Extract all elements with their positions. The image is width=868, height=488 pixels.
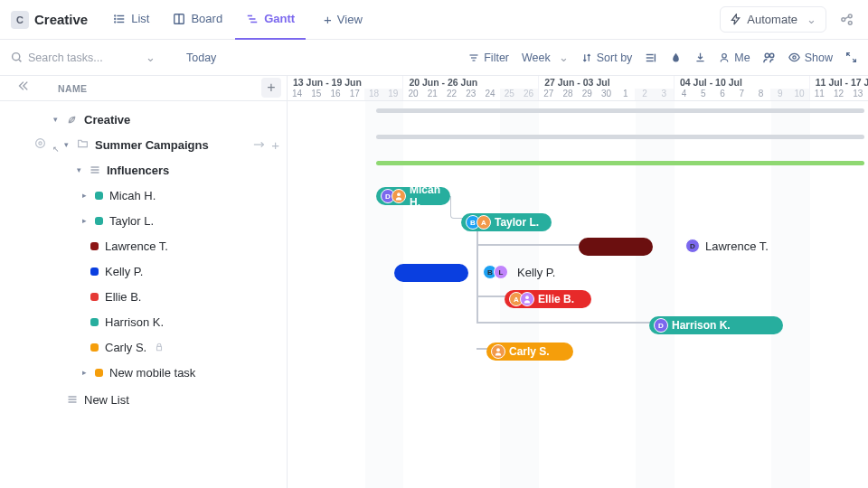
gantt-bar-kelly[interactable] xyxy=(394,264,468,282)
today-button[interactable]: Today xyxy=(186,52,216,64)
expand-icon[interactable] xyxy=(845,52,857,63)
board-icon xyxy=(173,13,185,25)
caret-icon: ▸ xyxy=(80,191,89,200)
day-cell: 8 xyxy=(751,89,770,100)
svg-point-4 xyxy=(115,18,116,19)
task-row[interactable]: ▸ Micah H. xyxy=(0,183,287,208)
summary-bar-creative[interactable] xyxy=(376,108,864,113)
svg-point-39 xyxy=(496,348,500,352)
svg-point-37 xyxy=(397,192,401,196)
week-label: 04 Jul - 10 Jul xyxy=(675,76,809,89)
task-row[interactable]: ▸ Taylor L. xyxy=(0,208,287,233)
day-cell: 28 xyxy=(558,89,577,100)
reschedule-icon[interactable] xyxy=(645,52,657,64)
new-list-row[interactable]: New List xyxy=(0,387,287,412)
status-dot xyxy=(90,318,99,326)
avatar xyxy=(491,344,505,359)
add-column-button[interactable]: + xyxy=(261,78,281,98)
weekend-column xyxy=(384,101,403,488)
bar-label: Carly S. xyxy=(509,345,550,358)
task-label: Carly S. xyxy=(105,341,146,354)
folder-row[interactable]: ▾ Summer Campaigns + xyxy=(0,132,287,157)
summary-bar-summer[interactable] xyxy=(376,135,864,139)
show-button[interactable]: Show xyxy=(788,52,833,64)
weekend-column xyxy=(656,101,675,488)
folder-icon xyxy=(77,137,89,152)
day-cell: 10 xyxy=(789,89,808,100)
bar-label: Ellie B. xyxy=(538,293,574,305)
task-row[interactable]: Harrison K. xyxy=(0,309,287,334)
tab-gantt[interactable]: Gantt xyxy=(235,0,306,40)
week-label: 11 Jul - 17 J xyxy=(810,76,868,89)
search-input[interactable] xyxy=(28,52,137,64)
day-cell: 30 xyxy=(597,89,616,100)
task-label: Ellie B. xyxy=(105,290,141,304)
add-task-button[interactable]: + xyxy=(271,137,279,153)
gantt-bar-micah[interactable]: DMicah H. xyxy=(376,187,450,205)
search-box[interactable]: ⌄ xyxy=(11,51,174,64)
svg-rect-33 xyxy=(157,346,162,350)
svg-point-15 xyxy=(13,53,20,61)
export-icon[interactable] xyxy=(694,52,706,63)
day-cell: 27 xyxy=(539,89,558,100)
day-cell: 13 xyxy=(848,89,867,100)
caret-icon: ▾ xyxy=(61,140,71,149)
day-cell: 5 xyxy=(693,89,712,100)
task-row[interactable]: Carly S. xyxy=(0,334,287,360)
gantt-label-lawrence[interactable]: DLawrence T. xyxy=(685,239,769,253)
day-cell: 4 xyxy=(675,89,693,100)
task-row[interactable]: Lawrence T. xyxy=(0,233,287,258)
list-row[interactable]: ▾ Influencers xyxy=(0,157,287,183)
status-dot xyxy=(90,267,99,276)
gantt-bar-lawrence[interactable] xyxy=(579,238,653,256)
day-cell: 3 xyxy=(655,89,674,100)
bar-label: Kelly P. xyxy=(517,266,555,279)
status-dot xyxy=(90,242,99,250)
gantt-bar-harrison[interactable]: DHarrison K. xyxy=(649,316,783,334)
avatar xyxy=(520,292,534,306)
task-label: Lawrence T. xyxy=(105,239,168,253)
week-label: 13 Jun - 19 Jun xyxy=(288,76,402,89)
gantt-bar-carly[interactable]: Carly S. xyxy=(486,343,573,361)
color-icon[interactable] xyxy=(670,52,682,63)
gantt-bar-taylor[interactable]: BATaylor L. xyxy=(461,213,552,231)
space-badge: C xyxy=(11,11,29,29)
status-dot xyxy=(90,343,99,352)
add-view-button[interactable]: +View xyxy=(313,12,373,27)
gantt-bar-ellie[interactable]: AEllie B. xyxy=(505,290,591,308)
avatar: A xyxy=(476,215,491,230)
bar-label: Harrison K. xyxy=(672,319,731,332)
caret-icon: ▸ xyxy=(80,368,89,377)
caret-icon: ▾ xyxy=(51,115,60,124)
space-row[interactable]: ▾ Creative xyxy=(0,107,287,132)
weekend-column xyxy=(771,101,790,488)
automate-button[interactable]: Automate ⌄ xyxy=(720,6,826,33)
caret-icon: ▸ xyxy=(80,216,89,225)
status-dot xyxy=(95,217,103,225)
collapse-sidebar-icon[interactable] xyxy=(16,80,29,92)
assignees-icon[interactable] xyxy=(763,52,776,64)
caret-icon: ▾ xyxy=(74,165,83,174)
summary-bar-influencers[interactable] xyxy=(376,161,864,165)
task-row[interactable]: Kelly P. xyxy=(0,258,287,284)
share-icon[interactable] xyxy=(835,9,857,31)
tab-board[interactable]: Board xyxy=(162,0,233,40)
tab-list-label: List xyxy=(131,12,149,25)
chevron-down-icon[interactable]: ⌄ xyxy=(146,51,156,64)
task-row[interactable]: ▸ New mobile task xyxy=(0,360,287,385)
dependency-line xyxy=(476,222,478,322)
task-row[interactable]: Ellie B. xyxy=(0,284,287,309)
me-button[interactable]: Me xyxy=(719,52,750,64)
day-cell: 18 xyxy=(364,89,383,100)
day-cell: 17 xyxy=(345,89,364,100)
filter-button[interactable]: Filter xyxy=(468,52,509,64)
dependency-line xyxy=(476,322,653,324)
gantt-icon xyxy=(246,13,259,25)
sortby-button[interactable]: Sort by xyxy=(581,52,633,64)
avatar xyxy=(392,189,406,203)
arrow-right-icon[interactable] xyxy=(253,140,266,149)
week-dropdown[interactable]: Week⌄ xyxy=(522,51,569,64)
gantt-label-kelly[interactable]: BLKelly P. xyxy=(483,265,555,279)
tab-list[interactable]: List xyxy=(102,0,160,40)
status-dot xyxy=(90,293,99,301)
